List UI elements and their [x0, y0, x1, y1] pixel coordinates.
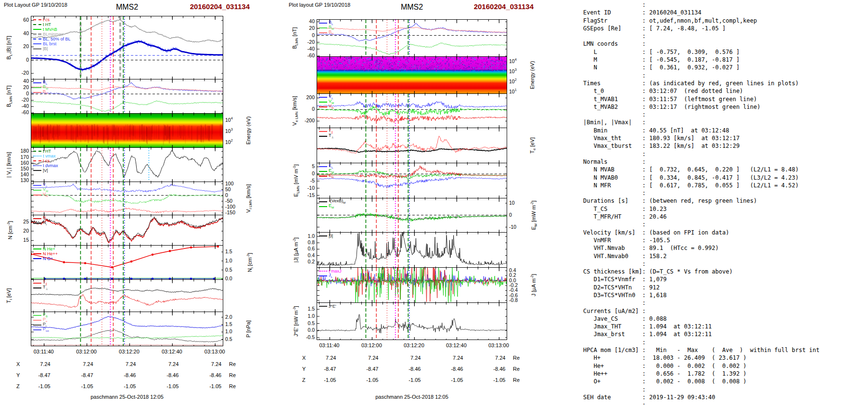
legend-vi-mag: t HTt vmaxt cst dvmax|V| [33, 149, 58, 173]
time-tick-label: 03:12:40 [155, 349, 188, 354]
legend-label: t cs [43, 18, 50, 22]
y-axis-right-label-ni-minor: Ni [cm-3] [245, 245, 252, 280]
legend-line-swatch [319, 271, 327, 272]
legend-line-swatch [33, 24, 41, 25]
legend-item: t dvmax [33, 163, 58, 168]
position-value: -1.05 [307, 377, 336, 383]
legend-line-swatch [319, 106, 327, 107]
y-axis-label-density: N [cm-3] [5, 215, 12, 246]
position-value: -1.05 [476, 377, 505, 383]
legend-item: N O+ [33, 256, 58, 261]
series-Ve-N [317, 115, 507, 122]
y-tick-label: 40 [10, 78, 29, 84]
plot-panel-bl-b: t cst HTt MVABBLminmaxBL, 50% of BLBL br… [31, 16, 223, 79]
y-tick-label: 20 [10, 43, 29, 49]
legend-line-swatch [33, 33, 41, 35]
legend-line-swatch [33, 283, 41, 284]
position-value: 7.24 [392, 355, 421, 361]
legend-label: Ni [43, 221, 47, 226]
y-axis-right-label-te: Te [eV] [529, 128, 536, 163]
position-value: 7.24 [22, 361, 51, 367]
y-tick-label: 1.0 [225, 258, 247, 263]
legend-label: |B| [43, 47, 48, 51]
y-axis-right-label-e-spectrogram: Energy (eV) [529, 56, 536, 94]
legend-pressure: PBPePiPtot [33, 313, 49, 332]
legend-line-swatch [33, 223, 41, 224]
y-tick-label: 1.0 [225, 328, 247, 334]
position-value: -1.05 [107, 383, 136, 389]
y-tick-label: 10 [509, 200, 531, 206]
y-tick-label: -60 [10, 109, 29, 115]
legend-item: t cs [33, 158, 58, 163]
legend-line-swatch [319, 136, 327, 137]
legend-label: JL [329, 273, 332, 279]
y-tick-label: 20 [10, 84, 29, 90]
y-tick-label: 200 [295, 94, 315, 100]
y-axis-label-ti: Ti [eV] [5, 279, 12, 312]
position-value: 7.24 [192, 361, 221, 367]
y-axis-label-b-lmn-mid: BLMN [nT] [291, 19, 298, 57]
legend-item: BL, 50% of BL [33, 37, 71, 41]
plot-panel-ion-spectrogram [31, 113, 223, 148]
legend-item: Pe [33, 318, 49, 323]
left-plot-column: Plot Layout GP 19/10/2018MMS220160204_03… [0, 0, 285, 405]
series-P-total [31, 316, 223, 329]
e-lmn-chart [317, 163, 507, 198]
ti-chart [31, 280, 223, 312]
ve-lmn-chart [317, 94, 507, 128]
plot-footer: paschmann 25-Oct-2018 12:05 [69, 394, 185, 400]
y-tick-label: 140 [10, 171, 29, 177]
y-tick-label: 104 [225, 117, 247, 123]
legend-density: NeNi [33, 216, 48, 226]
legend-vi-lmn: VLVMVN [33, 183, 48, 197]
legend-line-swatch [33, 258, 41, 259]
position-value: -1.05 [64, 383, 93, 389]
series-B-L [317, 23, 507, 41]
legend-line-swatch [33, 82, 41, 83]
spacecraft-title: MMS2 [401, 3, 423, 12]
legend-te: T∥T⊥ [319, 129, 334, 139]
position-value: 7.24 [476, 355, 505, 361]
legend-line-swatch [33, 29, 41, 30]
legend-line-swatch [33, 19, 41, 20]
y-axis-label-jdote: J*E' [nW m-3] [291, 302, 298, 340]
y-tick-label: 130 [10, 177, 29, 183]
legend-item: VN [33, 193, 48, 197]
series-Ti-para [31, 294, 223, 308]
position-value: -8.46 [150, 372, 179, 378]
series-P-ion [31, 329, 223, 342]
density-chart [31, 215, 223, 246]
legend-line-swatch [319, 131, 327, 132]
legend-ni-minor: N He+N He++N O+ [33, 247, 58, 261]
legend-label: t HT [43, 23, 51, 27]
j-lmn-chart [317, 268, 507, 303]
position-unit: Re [513, 366, 523, 372]
position-value: 7.24 [349, 355, 378, 361]
position-value: -8.47 [349, 366, 378, 372]
position-unit: Re [513, 355, 523, 361]
legend-item: t MVAB [33, 27, 71, 32]
position-value: -8.46 [192, 372, 221, 378]
position-unit: Re [229, 372, 239, 378]
ni-minor-chart [31, 246, 223, 280]
legend-label: BL, 50% of BL [43, 37, 71, 41]
y-axis-right-label-j-lmn: J [µA m-2] [529, 267, 536, 303]
y-tick-label: 170 [10, 154, 29, 160]
position-value: -8.47 [64, 372, 93, 378]
legend-item: |V| [33, 168, 58, 173]
time-tick-label: 03:12:40 [440, 342, 472, 348]
legend-line-swatch [33, 329, 41, 330]
series-Ve-M [317, 106, 507, 116]
legend-j-mag: |J| [319, 234, 333, 238]
plot-panel-vi-mag: t HTt vmaxt cst dvmax|V| [31, 147, 223, 182]
legend-line-swatch [319, 171, 327, 172]
plot-panel-b-lmn-left: BLBMBN [31, 79, 223, 114]
position-value: 7.24 [307, 355, 336, 361]
b-lmn-mid-chart [317, 20, 507, 57]
plot-panel-ni-minor: N He+N He++N O+ [31, 245, 223, 280]
legend-line-swatch [33, 320, 41, 321]
legend-line-swatch [33, 185, 41, 186]
y-tick-label: 60 [10, 17, 29, 23]
plot-panel-j-mag: |J| [317, 232, 507, 268]
legend-item: J*E' [319, 304, 336, 309]
